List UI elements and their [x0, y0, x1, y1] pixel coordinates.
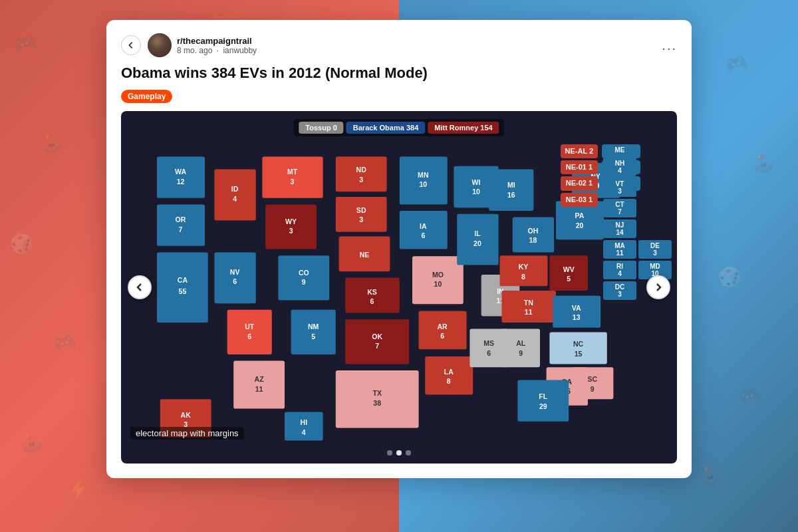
post-username: ianwubby: [223, 46, 257, 55]
ma-state: MA11: [603, 240, 636, 259]
dot-2[interactable]: [396, 450, 402, 456]
svg-rect-41: [345, 277, 400, 313]
vt-state: VT3: [603, 178, 636, 197]
score-bar: Tossup 0 Barack Obama 384 Mitt Romney 15…: [293, 119, 504, 136]
romney-score: Mitt Romney 154: [428, 122, 499, 134]
post-title: Obama wins 384 EVs in 2012 (Normal Mode): [121, 64, 677, 83]
more-options-button[interactable]: ...: [662, 38, 677, 53]
ne-03-box: NE-03 1: [561, 193, 598, 207]
svg-rect-0: [157, 156, 205, 198]
svg-rect-89: [553, 295, 600, 327]
nh-state: NH4: [603, 158, 636, 176]
post-meta: r/thecampaigntrail 8 mo. ago · ianwubby: [177, 36, 662, 55]
dc-state: DC3: [603, 281, 636, 300]
svg-rect-62: [425, 356, 473, 394]
svg-rect-24: [278, 255, 329, 300]
post-card: r/thecampaigntrail 8 mo. ago · ianwubby …: [106, 20, 692, 478]
map-caption: electoral map with margins: [130, 427, 244, 440]
ne-al-box: NE-AL 2: [561, 144, 598, 158]
avatar: [148, 33, 172, 57]
ne-01-box: NE-01 1: [561, 160, 598, 174]
svg-rect-104: [513, 217, 554, 252]
svg-rect-119: [285, 412, 323, 440]
svg-rect-77: [501, 329, 540, 367]
tossup-score: Tossup 0: [299, 122, 343, 134]
svg-rect-6: [157, 252, 208, 323]
de-state: DE3: [638, 240, 672, 259]
back-button[interactable]: [121, 35, 141, 55]
svg-rect-47: [336, 370, 419, 428]
dot-3[interactable]: [406, 450, 411, 456]
svg-rect-80: [501, 291, 556, 323]
svg-rect-21: [227, 309, 272, 354]
svg-rect-59: [419, 311, 467, 349]
ne-districts: NE-AL 2 NE-01 1 NE-02 1 NE-03 1: [561, 144, 598, 207]
map-container: Tossup 0 Barack Obama 384 Mitt Romney 15…: [121, 111, 677, 464]
svg-rect-56: [412, 256, 464, 304]
svg-rect-27: [233, 360, 285, 408]
subreddit-name[interactable]: r/thecampaigntrail: [177, 36, 662, 46]
svg-rect-12: [214, 169, 255, 220]
svg-rect-33: [336, 156, 387, 192]
ri-state: RI4: [603, 261, 636, 279]
map-dots: [387, 450, 411, 456]
obama-score: Barack Obama 384: [346, 122, 425, 134]
svg-rect-30: [291, 309, 336, 354]
gameplay-tag[interactable]: Gameplay: [121, 90, 172, 103]
me-state: ME: [603, 144, 636, 156]
svg-rect-3: [157, 204, 205, 245]
post-header: r/thecampaigntrail 8 mo. ago · ianwubby …: [121, 33, 677, 57]
svg-rect-68: [457, 213, 498, 265]
svg-rect-83: [500, 255, 548, 286]
svg-rect-86: [549, 255, 588, 291]
post-info: 8 mo. ago · ianwubby: [177, 46, 662, 55]
svg-rect-44: [345, 319, 409, 364]
svg-rect-107: [489, 169, 533, 210]
nj-state: NJ14: [603, 219, 636, 238]
post-time: 8 mo. ago: [177, 46, 212, 55]
svg-rect-18: [265, 204, 317, 249]
svg-rect-36: [336, 196, 387, 231]
svg-rect-92: [549, 332, 606, 364]
next-arrow[interactable]: [646, 275, 670, 299]
svg-rect-50: [400, 156, 448, 204]
svg-rect-101: [517, 380, 569, 421]
svg-rect-53: [400, 211, 448, 249]
svg-rect-9: [214, 252, 255, 303]
ne-02-box: NE-02 1: [561, 176, 598, 190]
dot-1[interactable]: [387, 450, 392, 456]
svg-rect-39: [339, 236, 390, 271]
prev-arrow[interactable]: [128, 275, 152, 299]
ct-state: CT7: [603, 199, 636, 217]
svg-rect-15: [262, 156, 323, 198]
